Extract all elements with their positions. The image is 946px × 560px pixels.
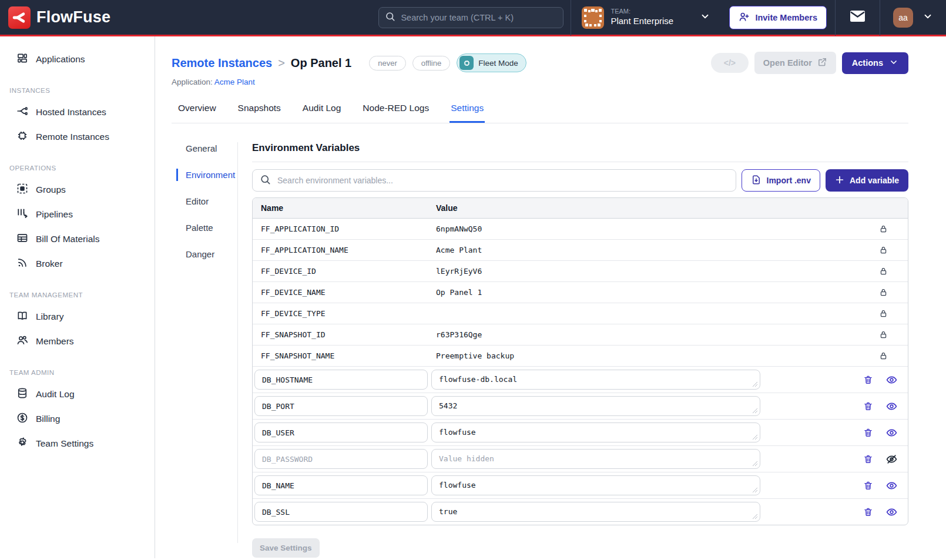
sidebar-item-label: Applications — [36, 54, 85, 65]
flowfuse-home-link[interactable]: FlowFuse — [8, 6, 110, 29]
env-var-name: FF_DEVICE_ID — [261, 267, 436, 276]
sidebar-item-billing[interactable]: Billing — [0, 407, 155, 431]
sidebar-item-groups[interactable]: Groups — [0, 177, 155, 202]
divider — [252, 162, 908, 162]
env-var-value-input[interactable]: 5432 — [431, 396, 760, 416]
sidebar-item-audit-log[interactable]: Audit Log — [0, 382, 155, 407]
env-var-value: r63P316Qge — [436, 330, 867, 339]
env-var-name: FF_SNAPSHOT_NAME — [261, 351, 436, 360]
chevron-down-icon — [922, 11, 933, 24]
column-header-value: Value — [436, 203, 867, 213]
sidebar-item-team-settings[interactable]: Team Settings — [0, 431, 155, 456]
env-var-value-input[interactable]: flowfuse-db.local — [431, 370, 760, 390]
delete-variable-button[interactable] — [861, 478, 875, 493]
env-var-value-input[interactable] — [431, 449, 760, 469]
open-editor-button[interactable]: Open Editor — [754, 52, 836, 74]
developer-mode-toggle[interactable]: </> — [711, 53, 749, 73]
show-value-button[interactable] — [884, 504, 900, 520]
sidebar-item-label: Broker — [36, 259, 63, 269]
sidebar-item-members[interactable]: Members — [0, 329, 155, 354]
breadcrumb-remote-instances-link[interactable]: Remote Instances — [172, 56, 272, 70]
env-var-name-input[interactable] — [254, 449, 428, 469]
table-row: FF_DEVICE_ID lEyrRjEyV6 — [253, 261, 908, 282]
sidebar-item-applications[interactable]: Applications — [0, 47, 155, 72]
env-search-input[interactable] — [277, 176, 729, 185]
sidebar-item-label: Bill Of Materials — [36, 234, 100, 244]
team-search[interactable] — [378, 7, 563, 28]
show-value-button[interactable] — [884, 398, 900, 414]
delete-variable-button[interactable] — [861, 399, 875, 414]
settings-nav-environment[interactable]: Environment — [176, 169, 237, 181]
instance-tabs: Overview Snapshots Audit Log Node-RED Lo… — [172, 98, 908, 123]
delete-variable-button[interactable] — [861, 505, 875, 519]
invite-members-label: Invite Members — [755, 13, 817, 22]
env-var-value-input[interactable]: flowfuse — [431, 475, 760, 495]
topbar-right: TEAM: Plant Enterprise Invite Members — [571, 0, 937, 36]
applications-icon — [16, 52, 28, 66]
env-var-name-input[interactable] — [254, 502, 428, 522]
env-var-name-input[interactable] — [254, 422, 428, 442]
show-value-button[interactable] — [884, 425, 900, 441]
team-switcher[interactable]: TEAM: Plant Enterprise — [571, 0, 721, 36]
groups-icon — [16, 183, 28, 197]
table-row: flowfuse-db.local — [253, 367, 908, 393]
env-var-name: FF_DEVICE_NAME — [261, 288, 436, 297]
add-variable-button[interactable]: Add variable — [826, 169, 908, 192]
notifications-button[interactable] — [850, 10, 866, 25]
env-var-name-input[interactable] — [254, 370, 428, 390]
show-value-button[interactable] — [884, 478, 900, 494]
save-settings-button[interactable]: Save Settings — [252, 538, 320, 558]
tab-settings[interactable]: Settings — [449, 98, 485, 123]
delete-variable-button[interactable] — [861, 452, 875, 467]
table-header-row: Name Value — [253, 198, 908, 219]
delete-variable-button[interactable] — [861, 425, 875, 440]
add-variable-label: Add variable — [850, 176, 899, 185]
lock-icon — [867, 351, 900, 360]
settings-nav-danger[interactable]: Danger — [176, 248, 237, 260]
tab-audit-log[interactable]: Audit Log — [301, 98, 343, 123]
env-var-name-input[interactable] — [254, 396, 428, 416]
import-env-button[interactable]: Import .env — [742, 169, 820, 192]
tab-snapshots[interactable]: Snapshots — [237, 98, 282, 123]
settings-nav-editor[interactable]: Editor — [176, 195, 237, 207]
status-badge: offline — [412, 56, 450, 71]
user-menu[interactable]: aa — [880, 0, 937, 36]
tab-overview[interactable]: Overview — [177, 98, 217, 123]
sidebar-item-pipelines[interactable]: Pipelines — [0, 202, 155, 227]
team-search-input[interactable] — [401, 13, 557, 22]
database-icon — [16, 387, 28, 401]
breadcrumb: Remote Instances > Op Panel 1 — [172, 56, 351, 70]
application-link[interactable]: Acme Plant — [214, 78, 255, 86]
settings-nav-palette[interactable]: Palette — [176, 222, 237, 234]
sidebar-item-broker[interactable]: Broker — [0, 252, 155, 276]
env-var-value-input[interactable]: flowfuse — [431, 422, 760, 442]
last-seen-badge: never — [369, 56, 406, 71]
delete-variable-button[interactable] — [861, 373, 875, 387]
application-line: Application: Acme Plant — [172, 78, 908, 86]
sidebar: Applications INSTANCES Hosted Instances … — [0, 36, 155, 558]
invite-members-button[interactable]: Invite Members — [729, 6, 827, 29]
env-var-value-input[interactable]: true — [431, 502, 760, 522]
search-icon — [385, 11, 395, 24]
env-var-name: FF_APPLICATION_NAME — [261, 246, 436, 254]
env-var-name: FF_SNAPSHOT_ID — [261, 330, 436, 339]
table-row: flowfuse — [253, 472, 908, 499]
settings-nav-general[interactable]: General — [176, 142, 237, 155]
members-icon — [16, 334, 28, 348]
sidebar-item-remote-instances[interactable]: Remote Instances — [0, 125, 155, 149]
column-header-name: Name — [261, 203, 436, 213]
env-search[interactable] — [252, 169, 736, 192]
sidebar-item-hosted-instances[interactable]: Hosted Instances — [0, 100, 155, 125]
tab-node-red-logs[interactable]: Node-RED Logs — [361, 98, 430, 123]
sidebar-item-bill-of-materials[interactable]: Bill Of Materials — [0, 227, 155, 252]
show-value-button[interactable] — [884, 372, 900, 388]
sidebar-item-library[interactable]: Library — [0, 304, 155, 329]
hide-value-button[interactable] — [884, 451, 900, 467]
flowfuse-logo-icon — [8, 6, 31, 29]
env-var-value: Acme Plant — [436, 246, 867, 254]
table-row: FF_APPLICATION_ID 6npmANwQ50 — [253, 219, 908, 240]
hosted-instances-icon — [16, 105, 28, 119]
pipelines-icon — [16, 207, 28, 222]
env-var-name-input[interactable] — [254, 475, 428, 495]
actions-button[interactable]: Actions — [842, 52, 908, 74]
